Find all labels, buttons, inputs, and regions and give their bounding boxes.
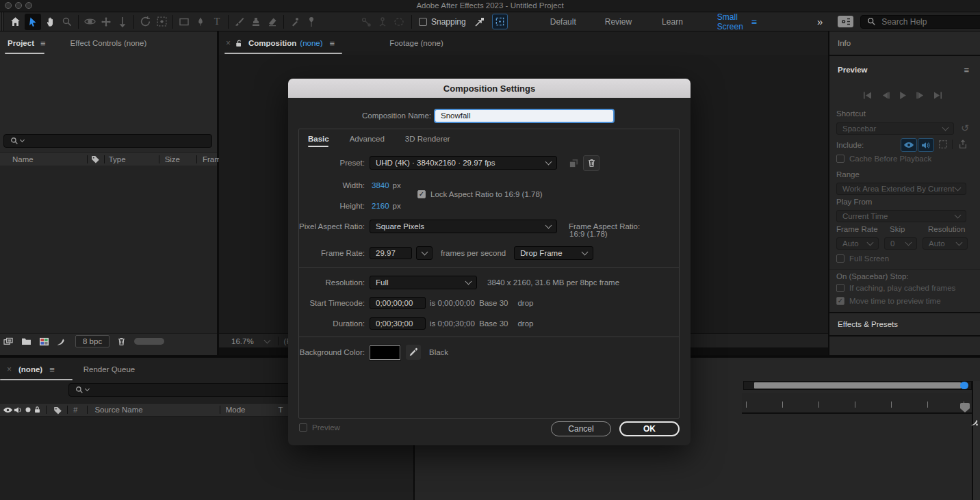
tab-info[interactable]: Info: [838, 39, 851, 47]
column-name[interactable]: Name: [12, 155, 34, 163]
pixel-aspect-ratio-dropdown[interactable]: Square Pixels: [370, 220, 557, 233]
include-video-icon[interactable]: [901, 138, 917, 152]
interpret-footage-icon[interactable]: [1, 336, 15, 347]
workspace-settings-button[interactable]: [838, 16, 853, 27]
help-search-input[interactable]: [881, 17, 977, 27]
project-panel-menu-icon[interactable]: ≡: [40, 38, 46, 49]
tab-effects-presets[interactable]: Effects & Presets: [838, 320, 898, 328]
resolution-dropdown[interactable]: Full: [370, 276, 477, 289]
help-search-box[interactable]: [860, 15, 980, 29]
label-tag-icon[interactable]: [90, 155, 101, 164]
comp-marker-bin-icon[interactable]: [969, 417, 980, 427]
width-value[interactable]: 3840: [372, 181, 389, 189]
play-from-dropdown[interactable]: Current Time: [836, 210, 966, 222]
shortcut-dropdown[interactable]: Spacebar: [836, 122, 954, 135]
tab-composition[interactable]: Composition: [248, 39, 296, 47]
brush-tool-icon[interactable]: [231, 14, 248, 30]
column-mode[interactable]: Mode: [226, 406, 246, 414]
preview-panel-menu-icon[interactable]: ≡: [964, 65, 969, 75]
tab-composition-none[interactable]: (none): [300, 39, 322, 47]
bpc-button[interactable]: 8 bpc: [75, 335, 109, 347]
tab-basic[interactable]: Basic: [308, 135, 329, 143]
workspace-tab-small-screen[interactable]: Small Screen: [717, 12, 743, 31]
if-caching-checkbox[interactable]: [836, 284, 844, 292]
tab-render-queue[interactable]: Render Queue: [83, 365, 135, 373]
lock-aspect-checkbox[interactable]: ✓: [417, 190, 426, 198]
lock-icon[interactable]: [32, 406, 42, 415]
duration-input[interactable]: [370, 317, 426, 330]
column-size[interactable]: Size: [165, 155, 180, 163]
new-folder-icon[interactable]: [19, 336, 33, 347]
save-preset-icon[interactable]: [567, 156, 580, 170]
reset-icon[interactable]: ↺: [961, 122, 969, 133]
background-color-swatch[interactable]: [370, 345, 400, 360]
dolly-camera-tool-icon[interactable]: [114, 14, 131, 30]
snap-to-features-icon[interactable]: [492, 14, 508, 29]
preview-frame-rate-dropdown[interactable]: Auto: [836, 237, 879, 250]
puppet-pin-tool-icon[interactable]: [303, 14, 320, 30]
workspace-tab-learn[interactable]: Learn: [662, 17, 683, 27]
close-tab-icon[interactable]: ×: [226, 38, 231, 48]
tab-timeline-none[interactable]: (none): [18, 365, 42, 373]
solo-icon[interactable]: [23, 406, 32, 415]
column-source-name[interactable]: Source Name: [94, 406, 142, 414]
play-icon[interactable]: [898, 90, 907, 100]
roto-brush-tool-icon[interactable]: [287, 14, 303, 30]
project-item-list[interactable]: [0, 166, 217, 333]
drop-frame-dropdown[interactable]: Drop Frame: [514, 246, 593, 260]
height-value[interactable]: 2160: [372, 202, 389, 210]
composition-name-input[interactable]: [434, 109, 615, 123]
snapping-checkbox[interactable]: [419, 18, 427, 26]
selection-tool-icon[interactable]: [25, 14, 41, 30]
tab-advanced[interactable]: Advanced: [350, 135, 385, 143]
include-overlays-icon[interactable]: [937, 139, 949, 150]
snap-along-edges-icon[interactable]: [472, 14, 488, 30]
home-button[interactable]: [7, 14, 23, 30]
preview-resolution-dropdown[interactable]: Auto: [923, 237, 968, 250]
tab-effect-controls[interactable]: Effect Controls (none): [70, 39, 147, 47]
range-dropdown[interactable]: Work Area Extended By Current …: [836, 183, 966, 195]
project-search-box[interactable]: [3, 134, 212, 148]
pan-camera-tool-icon[interactable]: [98, 14, 114, 30]
close-tab-icon[interactable]: ×: [7, 365, 12, 374]
orbit-camera-tool-icon[interactable]: [81, 14, 98, 30]
tab-preview[interactable]: Preview: [838, 66, 867, 74]
unlocked-lock-icon[interactable]: [234, 38, 244, 48]
timeline-zoom-handle[interactable]: [960, 382, 968, 389]
cache-before-playback-checkbox[interactable]: [836, 155, 844, 163]
magnification-chevron-icon[interactable]: [263, 337, 270, 343]
include-audio-icon[interactable]: [918, 138, 934, 152]
hand-tool-icon[interactable]: [42, 14, 59, 30]
audio-icon[interactable]: [13, 406, 23, 415]
ok-button[interactable]: OK: [619, 421, 680, 436]
timeline-panel-menu-icon[interactable]: ≡: [49, 365, 55, 375]
column-preserve-transparency[interactable]: T: [279, 406, 283, 414]
label-tag-icon[interactable]: [52, 405, 63, 415]
workspace-menu-icon[interactable]: ≡: [751, 16, 757, 27]
rectangle-tool-icon[interactable]: [176, 14, 192, 30]
go-to-start-icon[interactable]: [862, 90, 873, 100]
delete-preset-icon[interactable]: [583, 155, 599, 171]
tab-3d-renderer[interactable]: 3D Renderer: [405, 135, 450, 143]
video-visibility-icon[interactable]: [3, 406, 13, 415]
frame-rate-input[interactable]: [370, 247, 412, 259]
type-tool-icon[interactable]: T: [209, 14, 225, 30]
frame-rate-chevron-button[interactable]: [416, 246, 433, 260]
dialog-titlebar[interactable]: Composition Settings: [288, 79, 691, 98]
workspace-tab-default[interactable]: Default: [550, 17, 576, 27]
tab-footage[interactable]: Footage (none): [389, 39, 443, 47]
rotation-tool-icon[interactable]: [137, 14, 153, 30]
magnification-value[interactable]: 16.7%: [231, 337, 254, 345]
cancel-button[interactable]: Cancel: [551, 421, 611, 436]
zoom-tool-icon[interactable]: [59, 14, 75, 30]
previous-frame-icon[interactable]: [880, 90, 891, 100]
move-time-checkbox[interactable]: ✓: [836, 297, 844, 305]
timeline-hscrollbar[interactable]: [754, 382, 961, 389]
workspace-tab-review[interactable]: Review: [605, 17, 632, 27]
composition-panel-menu-icon[interactable]: ≡: [330, 38, 335, 49]
preview-checkbox[interactable]: [299, 423, 307, 432]
time-ruler[interactable]: [742, 393, 972, 414]
go-to-end-icon[interactable]: [932, 90, 943, 100]
eraser-tool-icon[interactable]: [264, 14, 281, 30]
toolbar-overflow-chevron[interactable]: »: [817, 16, 823, 27]
